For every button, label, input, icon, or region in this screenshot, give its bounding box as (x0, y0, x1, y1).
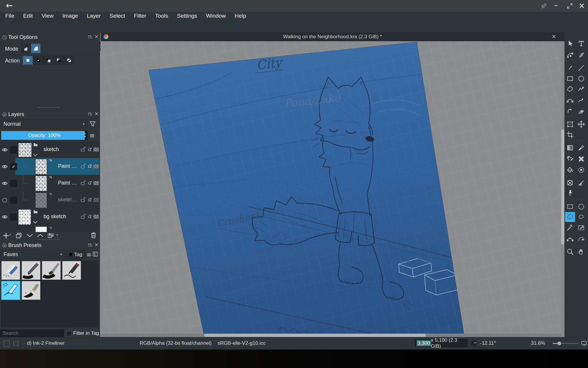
polyline-tool-icon[interactable] (576, 84, 586, 94)
menu-window[interactable]: Window (206, 13, 226, 19)
menu-filter[interactable]: Filter (134, 13, 146, 19)
alpha-lock-icon[interactable]: α (88, 162, 91, 169)
canvas-viewport[interactable]: City Pond/Lake Crusher? Road (101, 41, 561, 337)
canvas-rotation-icon[interactable] (470, 339, 478, 347)
layer-select-checkbox[interactable] (10, 180, 17, 187)
restore-icon[interactable] (566, 2, 573, 9)
magnetic-selection-tool-icon[interactable] (576, 234, 586, 244)
select-shapes-tool-icon[interactable] (565, 39, 575, 49)
alpha-lock-icon[interactable]: α (88, 213, 91, 220)
image-dimensions-field[interactable]: 3,300 x 5,100 (2.3 GiB) (415, 339, 468, 347)
layer-select-checkbox[interactable] (10, 213, 17, 221)
move-tool-icon[interactable] (576, 119, 586, 129)
dynamic-brush-tool-icon[interactable] (565, 106, 575, 116)
alpha-lock-icon[interactable]: α (88, 145, 91, 152)
display-mode-monitor-icon[interactable] (581, 340, 587, 347)
brush-preset-charcoal[interactable] (21, 281, 41, 300)
properties-caret[interactable]: ▾ (56, 233, 58, 236)
colorize-mask-tool-icon[interactable] (565, 154, 575, 164)
menu-view[interactable]: View (41, 13, 54, 19)
visibility-eye-icon[interactable] (1, 147, 8, 153)
action-add-button[interactable] (43, 56, 54, 65)
brush-preset-ink2-fineliner-selected[interactable] (1, 281, 20, 300)
selection-indicator-icon[interactable] (4, 341, 10, 347)
menu-help[interactable]: Help (235, 13, 246, 19)
filter-in-tag-checkbox[interactable] (66, 331, 71, 336)
docker-lock-icon[interactable] (2, 243, 7, 248)
layer-thumbnail[interactable] (18, 209, 31, 225)
menu-tools[interactable]: Tools (155, 13, 168, 19)
pin-icon[interactable] (540, 2, 547, 9)
presets-menu-icon[interactable]: ≡ (86, 251, 91, 258)
visibility-eye-icon-hidden[interactable] (1, 197, 8, 203)
alpha-lock-icon[interactable]: α (88, 179, 91, 186)
layer-row-partial[interactable] (0, 225, 99, 232)
fill-tool-icon[interactable] (565, 165, 575, 175)
float-panel-icon[interactable] (87, 242, 93, 248)
vertical-scrollbar[interactable] (561, 41, 564, 337)
move-layer-up-button[interactable] (36, 232, 44, 239)
lock-icon[interactable] (80, 163, 86, 169)
docker-lock-icon[interactable] (2, 112, 7, 117)
assistants-tool-icon[interactable] (565, 178, 575, 188)
preset-tag-filter-select[interactable]: Faves▾ (1, 250, 65, 259)
brush-search-input[interactable] (0, 329, 64, 337)
layer-select-checkbox[interactable]: ✓ (10, 163, 17, 170)
bezier-selection-tool-icon[interactable] (565, 234, 575, 244)
layer-opacity-slider[interactable]: Opacity: 100% (1, 131, 88, 140)
layer-row-bg-sketch[interactable]: bg sketch α (0, 208, 99, 226)
float-panel-icon[interactable] (87, 111, 93, 117)
contiguous-selection-tool-icon[interactable] (576, 223, 586, 233)
lock-icon[interactable] (80, 146, 86, 152)
layer-thumbnail[interactable] (35, 159, 47, 175)
float-panel-icon[interactable] (87, 34, 93, 40)
inherit-alpha-icon[interactable] (93, 198, 99, 202)
action-symmetric-difference-button[interactable] (64, 56, 74, 65)
brush-preset-eraser[interactable] (1, 261, 20, 280)
mode-antialiased-button[interactable] (31, 44, 41, 53)
elliptical-selection-tool-icon[interactable] (576, 202, 586, 212)
zoom-slider[interactable] (553, 343, 579, 344)
visibility-eye-icon[interactable] (1, 163, 8, 170)
display-mode-icon[interactable] (92, 251, 98, 257)
brush-preset-wet-brush[interactable] (42, 261, 61, 280)
text-tool-icon[interactable] (576, 39, 586, 49)
close-panel-icon[interactable]: × (93, 34, 99, 39)
zoom-slider-handle[interactable] (557, 342, 561, 345)
layer-thumbnail[interactable] (35, 193, 47, 208)
pan-tool-icon[interactable] (576, 247, 586, 257)
freehand-path-tool-icon[interactable] (576, 95, 586, 105)
collapse-chevron-icon[interactable] (32, 153, 38, 158)
document-titlebar[interactable]: Walking on the Neighborhood.kra (2.3 GiB… (101, 32, 564, 42)
multibrush-tool-icon[interactable] (576, 106, 586, 116)
layer-opacity-spinner[interactable] (83, 131, 87, 140)
minimize-icon[interactable]: – (554, 1, 558, 9)
action-replace-button[interactable] (23, 56, 33, 65)
move-layer-down-button[interactable] (26, 232, 34, 239)
layer-thumbnail[interactable] (35, 176, 47, 191)
layer-options-menu-icon[interactable]: ≡ (89, 132, 95, 139)
layer-blending-mode-select[interactable]: Normal▾ (1, 120, 87, 128)
polygonal-selection-tool-icon-selected[interactable] (565, 212, 575, 222)
menu-image[interactable]: Image (62, 13, 78, 19)
ellipse-tool-icon[interactable] (576, 74, 586, 84)
menu-file[interactable]: File (5, 13, 14, 19)
transform-tool-icon[interactable] (565, 119, 575, 129)
horizontal-scrollbar[interactable] (101, 334, 561, 337)
layer-row-skeleton[interactable]: skelet… α (0, 192, 99, 209)
splitter-handle[interactable] (38, 107, 59, 108)
action-subtract-button[interactable] (54, 56, 64, 65)
crop-tool-icon[interactable] (565, 130, 575, 140)
layer-properties-button[interactable] (47, 232, 55, 239)
layer-row-paint[interactable]: Paint … α (0, 175, 99, 192)
inherit-alpha-icon[interactable] (93, 215, 99, 219)
color-sampler-tool-icon[interactable] (576, 143, 586, 153)
visibility-eye-icon[interactable] (1, 214, 8, 220)
line-tool-icon[interactable] (576, 63, 586, 73)
brush-preset-ink-pen[interactable] (21, 261, 41, 280)
duplicate-layer-button[interactable] (15, 232, 22, 239)
freehand-selection-tool-icon[interactable] (576, 212, 586, 222)
layer-thumbnail[interactable] (35, 226, 47, 232)
bezier-curve-tool-icon[interactable] (565, 95, 575, 105)
docker-lock-icon[interactable] (2, 35, 7, 40)
